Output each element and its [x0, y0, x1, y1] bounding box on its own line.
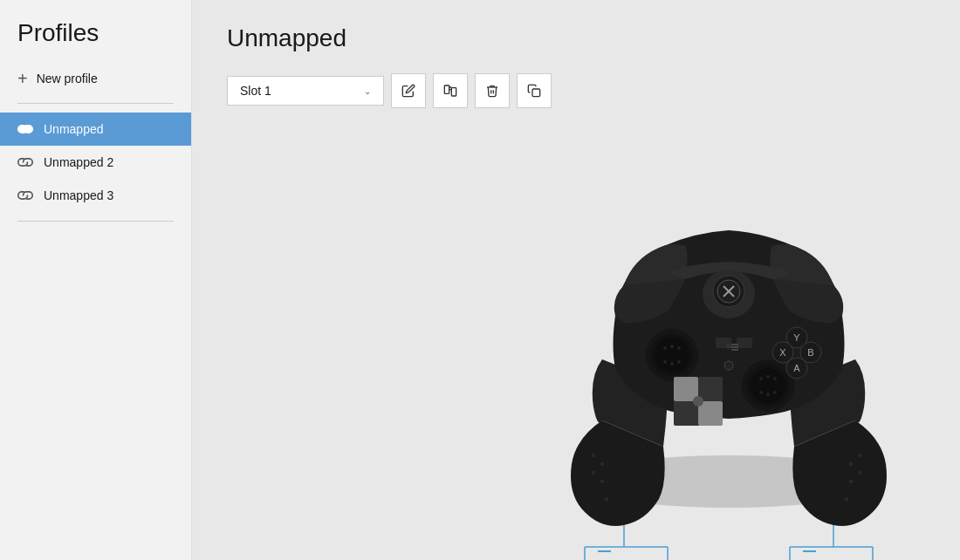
sidebar-divider	[17, 103, 174, 104]
sidebar-divider-bottom	[17, 221, 174, 222]
svg-point-12	[655, 338, 689, 372]
slot-dropdown[interactable]: Slot 1 ⌄	[227, 76, 384, 106]
svg-point-60	[600, 462, 604, 466]
svg-rect-1	[451, 88, 456, 96]
sidebar-item-unmapped-2[interactable]: Unmapped 2	[0, 146, 191, 179]
sidebar: Profiles + New profile Unmapped Unmapped…	[0, 0, 192, 560]
swap-button[interactable]	[433, 73, 468, 108]
new-profile-label: New profile	[37, 72, 98, 85]
svg-point-26	[766, 393, 770, 396]
main-content: Unmapped Slot 1 ⌄	[192, 0, 960, 560]
svg-rect-2	[532, 89, 540, 97]
svg-point-27	[773, 391, 777, 394]
svg-point-14	[670, 345, 674, 348]
edit-button[interactable]	[391, 73, 426, 108]
svg-text:Y: Y	[793, 332, 800, 343]
chevron-down-icon: ⌄	[364, 86, 371, 96]
toolbar: Slot 1 ⌄	[227, 73, 925, 108]
slot-value: Slot 1	[240, 84, 271, 98]
svg-point-18	[677, 360, 681, 364]
sidebar-item-unmapped-3[interactable]: Unmapped 3	[0, 179, 191, 212]
svg-rect-0	[444, 85, 449, 93]
profile-label-unmapped-3: Unmapped 3	[44, 188, 113, 202]
svg-point-48	[724, 361, 733, 370]
svg-point-63	[605, 497, 608, 501]
controller-svg: Y A X B	[524, 185, 960, 560]
copy-icon	[527, 84, 541, 98]
svg-point-22	[759, 377, 763, 380]
svg-point-62	[600, 480, 604, 483]
svg-text:B: B	[807, 347, 813, 358]
sidebar-item-unmapped[interactable]: Unmapped	[0, 113, 191, 146]
svg-point-61	[592, 471, 595, 475]
link-icon	[17, 121, 33, 137]
svg-point-33	[693, 396, 703, 406]
svg-point-59	[592, 454, 595, 457]
new-profile-button[interactable]: + New profile	[0, 63, 191, 94]
svg-text:A: A	[793, 363, 800, 373]
svg-rect-43	[737, 338, 752, 348]
svg-point-67	[849, 480, 853, 483]
sidebar-title: Profiles	[0, 0, 191, 63]
svg-point-24	[773, 377, 777, 380]
copy-button[interactable]	[517, 73, 552, 108]
svg-text:X: X	[779, 347, 786, 358]
profile-label-unmapped: Unmapped	[44, 122, 104, 136]
svg-point-17	[670, 362, 674, 365]
svg-point-23	[766, 375, 770, 379]
plus-icon: +	[17, 70, 28, 87]
delete-button[interactable]	[475, 73, 510, 108]
svg-point-25	[759, 391, 763, 394]
link-icon-3	[17, 188, 33, 203]
svg-point-13	[663, 346, 667, 350]
controller-area: Y A X B	[524, 185, 960, 560]
svg-point-64	[858, 454, 861, 457]
pencil-icon	[401, 84, 415, 98]
svg-point-16	[663, 360, 667, 364]
svg-point-65	[849, 462, 853, 466]
trash-icon	[485, 84, 499, 98]
link-icon-2	[17, 154, 33, 170]
swap-icon	[443, 84, 457, 98]
svg-point-68	[845, 497, 848, 501]
svg-point-44	[726, 344, 731, 349]
profile-label-unmapped-2: Unmapped 2	[44, 155, 113, 169]
page-title: Unmapped	[227, 24, 925, 52]
svg-point-21	[751, 368, 785, 403]
svg-point-15	[677, 346, 681, 350]
svg-point-66	[858, 471, 861, 475]
